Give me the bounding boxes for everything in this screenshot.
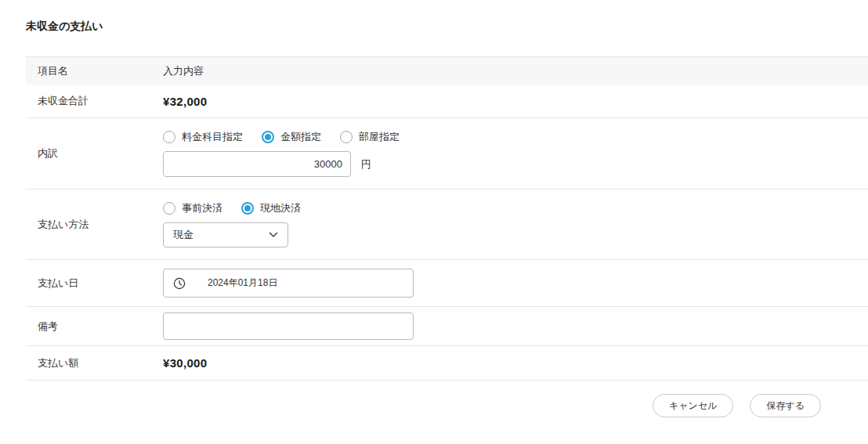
footer-actions: キャンセル 保存する bbox=[26, 381, 868, 417]
header-item-name: 項目名 bbox=[26, 64, 163, 78]
row-uncollected-total: 未収金合計 ¥32,000 bbox=[26, 85, 868, 118]
uncollected-payment-page: 未収金の支払い 項目名 入力内容 未収金合計 ¥32,000 内訳 料金科目指定 bbox=[0, 0, 868, 417]
amount-unit-label: 円 bbox=[361, 157, 371, 171]
cancel-button[interactable]: キャンセル bbox=[653, 394, 733, 417]
clock-icon bbox=[173, 277, 186, 290]
uncollected-total-value: ¥32,000 bbox=[163, 95, 868, 108]
radio-unselected-icon bbox=[340, 131, 353, 143]
radio-amount-specified-label: 金額指定 bbox=[280, 130, 321, 144]
radio-unselected-icon bbox=[163, 131, 175, 143]
payment-method-selected-option: 現金 bbox=[173, 228, 193, 242]
row-breakdown: 内訳 料金科目指定 金額指定 部屋指定 bbox=[26, 118, 868, 190]
radio-selected-icon bbox=[262, 131, 274, 143]
radio-onsite-payment[interactable]: 現地決済 bbox=[241, 201, 301, 215]
breakdown-amount-input[interactable] bbox=[163, 151, 351, 177]
payment-method-radio-group: 事前決済 現地決済 bbox=[163, 201, 868, 215]
breakdown-radio-group: 料金科目指定 金額指定 部屋指定 bbox=[163, 130, 868, 144]
radio-advance-payment[interactable]: 事前決済 bbox=[163, 201, 222, 215]
page-title: 未収金の支払い bbox=[26, 20, 868, 34]
row-payment-method: 支払い方法 事前決済 現地決済 現金 bbox=[26, 190, 868, 260]
chevron-down-icon bbox=[269, 232, 278, 238]
payment-date-input[interactable]: 2024年01月18日 bbox=[163, 269, 414, 298]
header-input-content: 入力内容 bbox=[163, 64, 868, 78]
row-payment-amount: 支払い額 ¥30,000 bbox=[26, 346, 868, 381]
radio-selected-icon bbox=[241, 202, 254, 215]
table-header-row: 項目名 入力内容 bbox=[26, 57, 868, 85]
radio-room-specified[interactable]: 部屋指定 bbox=[340, 130, 400, 144]
save-button[interactable]: 保存する bbox=[750, 394, 821, 417]
remarks-input[interactable] bbox=[163, 312, 414, 340]
uncollected-total-label: 未収金合計 bbox=[26, 94, 163, 108]
radio-onsite-payment-label: 現地決済 bbox=[260, 201, 301, 215]
payment-amount-label: 支払い額 bbox=[26, 356, 163, 370]
radio-room-specified-label: 部屋指定 bbox=[359, 130, 400, 144]
payment-amount-value: ¥30,000 bbox=[163, 356, 868, 370]
row-payment-date: 支払い日 2024年01月18日 bbox=[26, 260, 868, 307]
radio-fee-category[interactable]: 料金科目指定 bbox=[163, 130, 243, 144]
payment-method-select[interactable]: 現金 bbox=[163, 222, 288, 247]
payment-method-label: 支払い方法 bbox=[26, 218, 163, 232]
radio-unselected-icon bbox=[163, 202, 175, 215]
breakdown-label: 内訳 bbox=[26, 146, 163, 161]
payment-form-table: 項目名 入力内容 未収金合計 ¥32,000 内訳 料金科目指定 金額指定 bbox=[26, 56, 868, 381]
radio-amount-specified[interactable]: 金額指定 bbox=[262, 130, 321, 144]
radio-fee-category-label: 料金科目指定 bbox=[182, 130, 243, 144]
payment-date-label: 支払い日 bbox=[26, 276, 163, 291]
radio-advance-payment-label: 事前決済 bbox=[182, 201, 222, 215]
remarks-label: 備考 bbox=[26, 319, 163, 334]
row-remarks: 備考 bbox=[26, 307, 868, 346]
payment-date-value: 2024年01月18日 bbox=[208, 276, 277, 290]
